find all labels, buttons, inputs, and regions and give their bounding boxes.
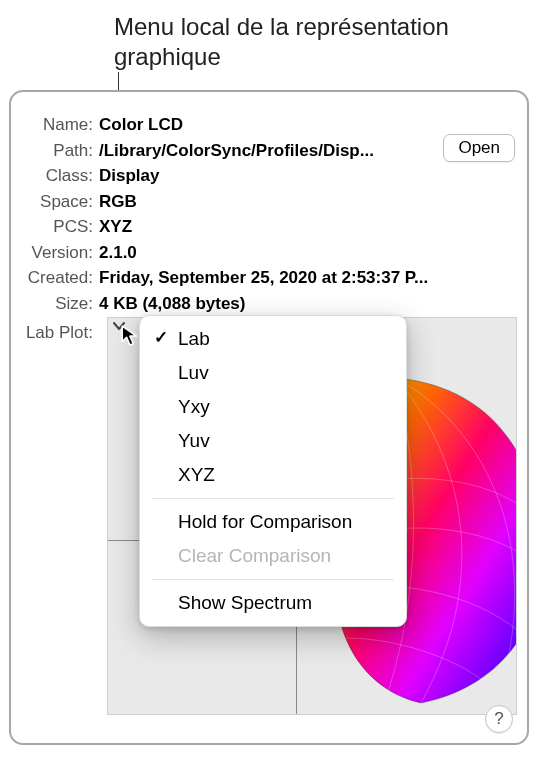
label-version: Version:: [21, 240, 99, 266]
menu-separator: [152, 579, 394, 580]
menu-item-label: Hold for Comparison: [178, 511, 352, 533]
label-pcs: PCS:: [21, 214, 99, 240]
checkmark-icon: ✓: [154, 327, 168, 348]
label-path: Path:: [21, 138, 99, 164]
caption-text: Menu local de la représentation graphiqu…: [114, 12, 494, 72]
help-button[interactable]: ?: [485, 705, 513, 733]
row-size: Size: 4 KB (4,088 bytes): [21, 291, 515, 317]
menu-item-label: Luv: [178, 362, 209, 384]
profile-info-panel: Open Name: Color LCD Path: /Library/Colo…: [9, 90, 529, 745]
value-size: 4 KB (4,088 bytes): [99, 291, 515, 317]
row-name: Name: Color LCD: [21, 112, 515, 138]
metadata-rows: Name: Color LCD Path: /Library/ColorSync…: [21, 112, 515, 346]
value-name: Color LCD: [99, 112, 515, 138]
menu-item-label: Clear Comparison: [178, 545, 331, 567]
menu-separator: [152, 498, 394, 499]
menu-item-label: XYZ: [178, 464, 215, 486]
value-class: Display: [99, 163, 515, 189]
row-pcs: PCS: XYZ: [21, 214, 515, 240]
menu-item-label: Yuv: [178, 430, 210, 452]
value-path: /Library/ColorSync/Profiles/Disp...: [99, 138, 419, 164]
value-pcs: XYZ: [99, 214, 515, 240]
menu-item-xyz[interactable]: XYZ: [140, 458, 406, 492]
value-version: 2.1.0: [99, 240, 515, 266]
menu-item-lab[interactable]: ✓ Lab: [140, 322, 406, 356]
row-path: Path: /Library/ColorSync/Profiles/Disp..…: [21, 138, 515, 164]
menu-item-luv[interactable]: Luv: [140, 356, 406, 390]
menu-item-label: Show Spectrum: [178, 592, 312, 614]
label-class: Class:: [21, 163, 99, 189]
row-version: Version: 2.1.0: [21, 240, 515, 266]
label-size: Size:: [21, 291, 99, 317]
plot-popup-menu: ✓ Lab Luv Yxy Yuv XYZ Hold for Compariso…: [139, 315, 407, 627]
value-space: RGB: [99, 189, 515, 215]
label-name: Name:: [21, 112, 99, 138]
menu-item-hold[interactable]: Hold for Comparison: [140, 505, 406, 539]
row-class: Class: Display: [21, 163, 515, 189]
menu-item-yxy[interactable]: Yxy: [140, 390, 406, 424]
row-created: Created: Friday, September 25, 2020 at 2…: [21, 265, 515, 291]
row-space: Space: RGB: [21, 189, 515, 215]
menu-item-yuv[interactable]: Yuv: [140, 424, 406, 458]
help-icon: ?: [494, 709, 503, 729]
plot-menu-disclosure[interactable]: [108, 317, 130, 337]
label-labplot: Lab Plot:: [21, 320, 99, 346]
value-created: Friday, September 25, 2020 at 2:53:37 P.…: [99, 265, 515, 291]
label-created: Created:: [21, 265, 99, 291]
menu-item-label: Yxy: [178, 396, 210, 418]
menu-item-clear: Clear Comparison: [140, 539, 406, 573]
menu-item-label: Lab: [178, 328, 210, 350]
chevron-down-icon: [113, 320, 125, 332]
label-space: Space:: [21, 189, 99, 215]
menu-item-spectrum[interactable]: Show Spectrum: [140, 586, 406, 620]
